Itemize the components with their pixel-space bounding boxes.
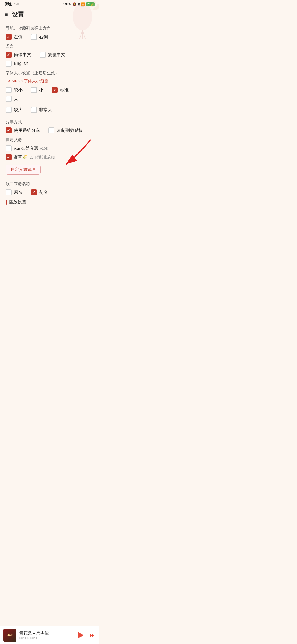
song-alias-option[interactable]: 别名 <box>31 189 48 195</box>
font-xlarge-option[interactable]: 非常大 <box>31 107 52 113</box>
network-speed: 0.3K/s <box>62 2 71 6</box>
custom-source-label: 自定义源 <box>6 137 94 143</box>
lang-traditional-label: 繁體中文 <box>48 52 65 58</box>
source-ikun-version: v103 <box>40 146 48 151</box>
share-clipboard-label: 复制到剪贴板 <box>57 128 83 133</box>
share-method-label: 分享方式 <box>6 119 94 125</box>
nav-right-label: 右侧 <box>39 34 48 40</box>
mute-icon: 🔕 <box>73 2 76 6</box>
font-larger-label: 较大 <box>14 107 23 113</box>
lang-english-option[interactable]: English <box>6 61 28 67</box>
nav-left-label: 左侧 <box>14 34 23 40</box>
source-ikun-checkbox[interactable] <box>6 145 12 151</box>
wifi-icon: 📶 <box>81 2 85 6</box>
song-alias-checkbox[interactable] <box>31 189 37 195</box>
language-options-row1: 简体中文 繁體中文 <box>6 52 94 58</box>
source-yecao-name: 野草🌾 <box>14 155 27 160</box>
font-small-option[interactable]: 小 <box>31 87 43 93</box>
song-source-label: 歌曲来源名称 <box>6 181 94 187</box>
font-smaller-label: 较小 <box>14 87 23 93</box>
song-original-option[interactable]: 原名 <box>6 189 23 195</box>
font-smaller-checkbox[interactable] <box>6 87 12 93</box>
font-larger-checkbox[interactable] <box>6 107 12 113</box>
main-content: 导航、收藏列表弹出方向 左侧 右侧 语言 简体中文 繁體中文 English 字… <box>0 21 99 230</box>
source-yecao-item: 野草🌾 v1 [初始化成功] <box>6 154 94 160</box>
font-standard-checkbox[interactable] <box>52 87 58 93</box>
lang-simplified-option[interactable]: 简体中文 <box>6 52 31 58</box>
font-large-option[interactable]: 大 <box>6 96 18 102</box>
song-original-checkbox[interactable] <box>6 189 12 195</box>
font-large-checkbox[interactable] <box>6 96 12 102</box>
share-clipboard-checkbox[interactable] <box>48 127 54 133</box>
menu-icon[interactable]: ≡ <box>4 11 8 18</box>
battery-indicator: 79⚡ <box>86 2 95 6</box>
font-xlarge-label: 非常大 <box>39 107 52 113</box>
font-size-row2: 较大 非常大 <box>6 107 58 113</box>
font-xlarge-checkbox[interactable] <box>31 107 37 113</box>
font-larger-option[interactable]: 较大 <box>6 107 23 113</box>
font-standard-label: 标准 <box>60 87 69 93</box>
bottom-spacer <box>6 208 94 230</box>
status-right: 0.3K/s 🔕 ⊠ 📶 79⚡ <box>62 2 95 6</box>
sim-icon: ⊠ <box>78 2 80 6</box>
lang-simplified-checkbox[interactable] <box>6 52 12 58</box>
font-small-checkbox[interactable] <box>31 87 37 93</box>
lang-english-label: English <box>14 61 28 66</box>
share-clipboard-option[interactable]: 复制到剪贴板 <box>48 127 83 133</box>
font-size-label: 字体大小设置（重启后生效） <box>6 70 94 76</box>
font-standard-option[interactable]: 标准 <box>52 87 69 93</box>
nav-left-option[interactable]: 左侧 <box>6 34 23 40</box>
custom-source-manage-button[interactable]: 自定义源管理 <box>6 165 41 175</box>
manage-btn-container: 自定义源管理 <box>6 163 94 178</box>
font-large-label: 大 <box>14 96 18 102</box>
source-yecao-version: v1 <box>29 155 33 159</box>
share-system-option[interactable]: 使用系统分享 <box>6 127 40 133</box>
share-options: 使用系统分享 复制到剪贴板 <box>6 127 94 133</box>
nav-right-checkbox[interactable] <box>31 34 37 40</box>
nav-right-option[interactable]: 右侧 <box>31 34 48 40</box>
font-size-row1: 较小 小 标准 大 <box>6 87 94 102</box>
song-original-label: 原名 <box>14 190 23 195</box>
share-system-checkbox[interactable] <box>6 127 12 133</box>
share-system-label: 使用系统分享 <box>14 128 40 133</box>
time-display: 傍晚6:50 <box>4 2 19 7</box>
font-size-options: 较小 小 标准 大 较大 非常大 <box>6 87 94 116</box>
nav-direction-label: 导航、收藏列表弹出方向 <box>6 26 94 31</box>
source-ikun-name: ikun公益音源 <box>14 146 38 151</box>
lang-english-checkbox[interactable] <box>6 61 12 67</box>
language-options-row2: English <box>6 61 94 67</box>
nav-direction-options: 左侧 右侧 <box>6 34 94 40</box>
source-yecao-checkbox[interactable] <box>6 154 12 160</box>
header: ≡ 设置 <box>0 8 99 21</box>
source-ikun-item: ikun公益音源 v103 <box>6 145 94 151</box>
lang-traditional-option[interactable]: 繁體中文 <box>40 52 65 58</box>
status-bar: 傍晚6:50 0.3K/s 🔕 ⊠ 📶 79⚡ <box>0 0 99 8</box>
red-arrow-annotation <box>55 138 96 168</box>
lang-traditional-checkbox[interactable] <box>40 52 46 58</box>
song-source-options: 原名 别名 <box>6 189 94 195</box>
language-label: 语言 <box>6 44 94 49</box>
nav-left-checkbox[interactable] <box>6 34 12 40</box>
font-preview: LX Music 字体大小预览 <box>6 78 94 84</box>
lang-simplified-label: 简体中文 <box>14 52 31 58</box>
page-title: 设置 <box>12 10 24 19</box>
play-settings-label: 播放设置 <box>9 199 26 205</box>
source-yecao-status: [初始化成功] <box>35 155 55 160</box>
play-settings-section: 播放设置 <box>6 199 94 205</box>
section-border <box>6 200 7 205</box>
font-small-label: 小 <box>39 87 43 93</box>
song-alias-label: 别名 <box>39 190 48 195</box>
font-smaller-option[interactable]: 较小 <box>6 87 23 93</box>
